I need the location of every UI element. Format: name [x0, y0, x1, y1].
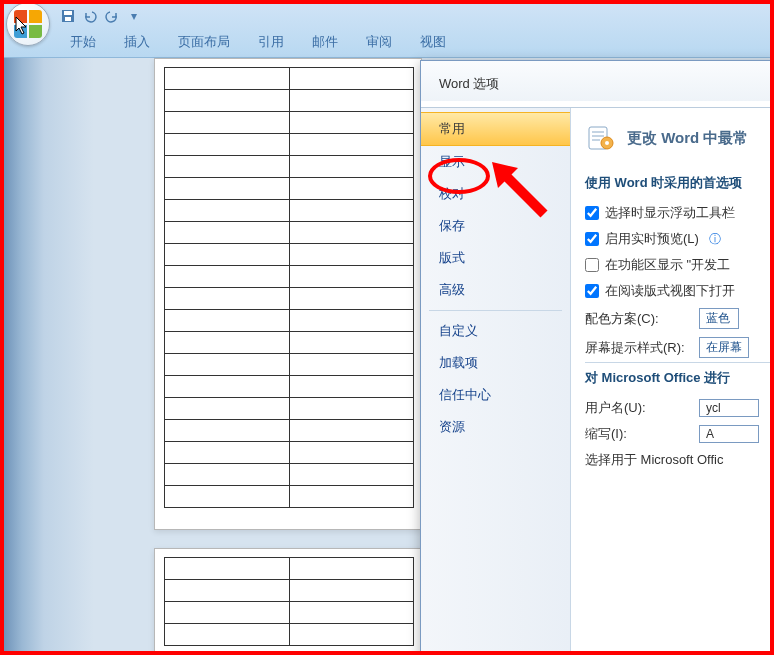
ribbon-tabs: 开始 插入 页面布局 引用 邮件 审阅 视图 — [56, 27, 460, 57]
tab-pagelayout[interactable]: 页面布局 — [164, 27, 244, 57]
sidebar-item-customize[interactable]: 自定义 — [421, 315, 570, 347]
quick-access-toolbar: ▾ — [60, 8, 142, 24]
field-username: 用户名(U): ycl — [585, 395, 774, 421]
table-row — [165, 376, 414, 398]
sidebar-item-trustcenter[interactable]: 信任中心 — [421, 379, 570, 411]
table-row — [165, 464, 414, 486]
sidebar-item-addins[interactable]: 加载项 — [421, 347, 570, 379]
sidebar-item-resources[interactable]: 资源 — [421, 411, 570, 443]
table-row — [165, 178, 414, 200]
checkbox-devtab[interactable]: 在功能区显示 "开发工 — [585, 252, 774, 278]
sidebar-item-layout[interactable]: 版式 — [421, 242, 570, 274]
document-table — [164, 67, 414, 508]
sidebar-item-advanced[interactable]: 高级 — [421, 274, 570, 306]
save-icon[interactable] — [60, 8, 76, 24]
checkbox-label: 在阅读版式视图下打开 — [605, 282, 735, 300]
table-row — [165, 442, 414, 464]
section-title-office: 对 Microsoft Office 进行 — [585, 362, 774, 395]
table-row — [165, 580, 414, 602]
office-logo-icon — [14, 10, 42, 38]
undo-icon[interactable] — [82, 8, 98, 24]
document-table — [164, 557, 414, 646]
section-title-prefs: 使用 Word 时采用的首选项 — [585, 168, 774, 200]
checkbox-livepreview[interactable]: 启用实时预览(L)ⓘ — [585, 226, 774, 252]
app-frame: ▾ 开始 插入 页面布局 引用 邮件 审阅 视图 — [0, 0, 774, 655]
checkbox-input[interactable] — [585, 206, 599, 220]
svg-rect-1 — [64, 11, 72, 15]
sidebar-separator — [429, 310, 562, 311]
checkbox-readinglayout[interactable]: 在阅读版式视图下打开 — [585, 278, 774, 304]
screentip-select[interactable]: 在屏幕 — [699, 337, 749, 358]
svg-rect-2 — [65, 17, 71, 21]
language-note: 选择用于 Microsoft Offic — [585, 447, 774, 473]
field-initials: 缩写(I): A — [585, 421, 774, 447]
office-button[interactable] — [6, 2, 50, 46]
svg-point-5 — [605, 141, 609, 145]
table-row — [165, 244, 414, 266]
table-row — [165, 222, 414, 244]
checkbox-label: 启用实时预览(L) — [605, 230, 699, 248]
sidebar-item-general[interactable]: 常用 — [421, 112, 570, 146]
colorscheme-select[interactable]: 蓝色 — [699, 308, 739, 329]
table-row — [165, 602, 414, 624]
field-colorscheme: 配色方案(C): 蓝色 — [585, 304, 774, 333]
field-label: 屏幕提示样式(R): — [585, 339, 689, 357]
table-row — [165, 90, 414, 112]
document-page-2 — [154, 548, 422, 655]
table-row — [165, 288, 414, 310]
table-row — [165, 112, 414, 134]
ribbon-bar: ▾ 开始 插入 页面布局 引用 邮件 审阅 视图 — [4, 4, 770, 58]
options-content: 更改 Word 中最常 使用 Word 时采用的首选项 选择时显示浮动工具栏 启… — [571, 108, 774, 655]
field-label: 缩写(I): — [585, 425, 689, 443]
table-row — [165, 68, 414, 90]
content-heading: 更改 Word 中最常 — [585, 122, 774, 154]
table-row — [165, 332, 414, 354]
checkbox-label: 在功能区显示 "开发工 — [605, 256, 730, 274]
tab-home[interactable]: 开始 — [56, 27, 110, 57]
table-row — [165, 354, 414, 376]
dialog-title: Word 选项 — [421, 61, 774, 107]
sidebar-item-save[interactable]: 保存 — [421, 210, 570, 242]
table-row — [165, 420, 414, 442]
sidebar-item-display[interactable]: 显示 — [421, 146, 570, 178]
username-input[interactable]: ycl — [699, 399, 759, 417]
checkbox-label: 选择时显示浮动工具栏 — [605, 204, 735, 222]
initials-input[interactable]: A — [699, 425, 759, 443]
table-row — [165, 310, 414, 332]
redo-icon[interactable] — [104, 8, 120, 24]
tab-review[interactable]: 审阅 — [352, 27, 406, 57]
qat-dropdown-icon[interactable]: ▾ — [126, 8, 142, 24]
table-row — [165, 558, 414, 580]
tab-insert[interactable]: 插入 — [110, 27, 164, 57]
sidebar-item-proofing[interactable]: 校对 — [421, 178, 570, 210]
checkbox-input[interactable] — [585, 232, 599, 246]
field-screentip: 屏幕提示样式(R): 在屏幕 — [585, 333, 774, 362]
table-row — [165, 200, 414, 222]
content-heading-text: 更改 Word 中最常 — [627, 129, 748, 148]
settings-icon — [585, 122, 617, 154]
info-icon[interactable]: ⓘ — [709, 231, 721, 248]
table-row — [165, 134, 414, 156]
table-row — [165, 398, 414, 420]
table-row — [165, 266, 414, 288]
checkbox-input[interactable] — [585, 284, 599, 298]
options-sidebar: 常用 显示 校对 保存 版式 高级 自定义 加载项 信任中心 资源 — [421, 108, 571, 655]
tab-mail[interactable]: 邮件 — [298, 27, 352, 57]
tab-references[interactable]: 引用 — [244, 27, 298, 57]
checkbox-minitoolbar[interactable]: 选择时显示浮动工具栏 — [585, 200, 774, 226]
checkbox-input[interactable] — [585, 258, 599, 272]
table-row — [165, 624, 414, 646]
field-label: 用户名(U): — [585, 399, 689, 417]
field-label: 配色方案(C): — [585, 310, 689, 328]
table-row — [165, 486, 414, 508]
tab-view[interactable]: 视图 — [406, 27, 460, 57]
word-options-dialog: Word 选项 常用 显示 校对 保存 版式 高级 自定义 加载项 信任中心 资… — [420, 60, 774, 655]
table-row — [165, 156, 414, 178]
document-page-1 — [154, 58, 422, 530]
